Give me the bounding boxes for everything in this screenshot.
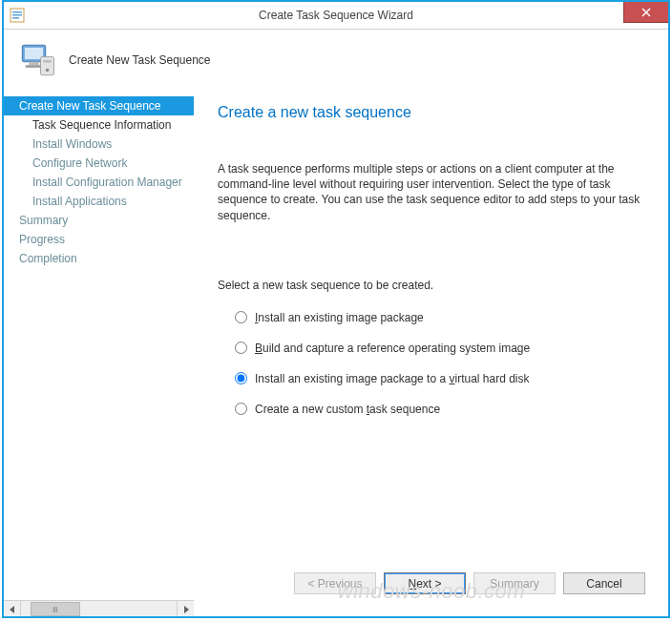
svg-marker-14: [184, 606, 189, 613]
svg-rect-10: [41, 57, 54, 75]
nav-item-completion[interactable]: Completion: [4, 249, 194, 268]
nav-item-install-configuration-manager[interactable]: Install Configuration Manager: [4, 173, 194, 192]
svg-point-12: [46, 69, 50, 73]
header-title: Create New Task Sequence: [69, 53, 211, 67]
option-label: Create a new custom task sequence: [255, 403, 440, 416]
close-button[interactable]: [623, 1, 669, 23]
wizard-icon: [17, 40, 57, 80]
app-icon: [10, 8, 25, 23]
cancel-button[interactable]: Cancel: [563, 572, 645, 594]
options-group: Install an existing image package Build …: [235, 301, 645, 433]
summary-button: Summary: [473, 572, 556, 594]
sidebar-hscroll[interactable]: Ⅲ: [4, 600, 194, 617]
nav-list: Create New Task Sequence Task Sequence I…: [4, 96, 194, 600]
previous-button: < Previous: [294, 572, 376, 594]
radio-custom-task-sequence[interactable]: [235, 403, 247, 415]
nav-item-install-applications[interactable]: Install Applications: [4, 192, 194, 211]
titlebar: Create Task Sequence Wizard: [4, 2, 668, 30]
option-label: Install an existing image package: [255, 311, 424, 324]
scroll-left-icon[interactable]: [4, 601, 21, 617]
close-icon: [641, 8, 651, 17]
svg-rect-2: [12, 14, 22, 16]
body: Create New Task Sequence Task Sequence I…: [4, 91, 668, 617]
scroll-thumb[interactable]: Ⅲ: [31, 602, 80, 616]
option-custom-task-sequence[interactable]: Create a new custom task sequence: [235, 403, 645, 416]
wizard-window: Create Task Sequence Wizard Create New T…: [2, 0, 670, 618]
nav-item-configure-network[interactable]: Configure Network: [4, 154, 194, 173]
next-button[interactable]: Next >: [384, 572, 466, 594]
page-prompt: Select a new task sequence to be created…: [218, 279, 645, 292]
radio-build-and-capture[interactable]: [235, 342, 247, 354]
option-build-and-capture[interactable]: Build and capture a reference operating …: [235, 342, 645, 355]
svg-rect-3: [12, 17, 19, 19]
svg-rect-8: [29, 62, 39, 66]
nav-item-progress[interactable]: Progress: [4, 230, 194, 249]
nav-item-summary[interactable]: Summary: [4, 211, 194, 230]
svg-marker-13: [10, 606, 14, 613]
scroll-right-icon[interactable]: [177, 601, 194, 617]
radio-install-existing-image[interactable]: [235, 311, 247, 323]
svg-rect-9: [26, 65, 43, 68]
page-title: Create a new task sequence: [218, 104, 645, 121]
window-title: Create Task Sequence Wizard: [4, 2, 668, 29]
svg-rect-1: [12, 11, 22, 13]
scroll-track[interactable]: Ⅲ: [21, 601, 177, 617]
page-description: A task sequence performs multiple steps …: [218, 161, 645, 223]
button-row: < Previous Next > Summary Cancel: [294, 572, 645, 594]
header: Create New Task Sequence: [4, 30, 668, 91]
option-label: Install an existing image package to a v…: [255, 372, 530, 385]
option-install-existing-image[interactable]: Install an existing image package: [235, 311, 645, 324]
sidebar: Create New Task Sequence Task Sequence I…: [4, 91, 195, 617]
nav-item-create-new-task-sequence[interactable]: Create New Task Sequence: [4, 96, 194, 115]
option-install-to-vhd[interactable]: Install an existing image package to a v…: [235, 372, 645, 385]
radio-install-to-vhd[interactable]: [235, 372, 247, 384]
svg-rect-11: [43, 60, 52, 63]
main-pane: Create a new task sequence A task sequen…: [195, 91, 668, 617]
nav-item-task-sequence-information[interactable]: Task Sequence Information: [4, 115, 194, 135]
nav-item-install-windows[interactable]: Install Windows: [4, 135, 194, 154]
option-label: Build and capture a reference operating …: [255, 342, 530, 355]
